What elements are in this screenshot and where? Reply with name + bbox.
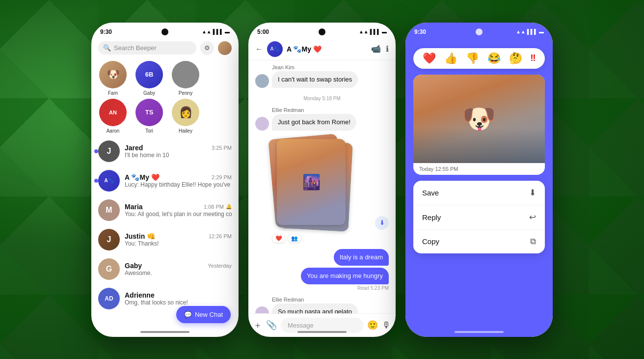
read-status: Read 5:23 PM [255, 285, 389, 291]
avatar-ellie2 [255, 306, 269, 313]
settings-button[interactable]: ⚙ [200, 41, 214, 55]
story-label-tori: Tori [145, 128, 153, 134]
timestamp-monday: Monday 5:18 PM [255, 96, 389, 101]
unread-indicator-group [94, 179, 98, 183]
chat-info-gaby2: Gaby Yesterday Awesome. [125, 262, 232, 276]
reaction-heart[interactable]: ❤️ [423, 52, 436, 65]
save-label: Save [422, 189, 439, 197]
chat-info-adrienne: Adrienne Omg, that looks so nice! [125, 291, 232, 306]
photo-overlay [413, 128, 545, 163]
message-row-italy: Italy is a dream [255, 249, 389, 266]
story-item-aaron[interactable]: AN Aaron [98, 99, 128, 134]
story-row-1: 🐶 Fam 6B Gaby Welcome toblue bubbles! Pe… [91, 58, 239, 99]
phone3-content: ❤️ 👍 👎 😂 🤔 ‼️ 🐶 Tod [405, 38, 553, 263]
attach-button[interactable]: 📎 [266, 320, 277, 331]
reaction-thumbsup[interactable]: 👍 [444, 52, 457, 65]
camera-notch-2 [319, 28, 325, 35]
reaction-thumbsdown[interactable]: 👎 [466, 52, 479, 65]
mute-icon-maria: 🔔 [226, 204, 232, 209]
context-menu-reply[interactable]: Reply ↩ [413, 205, 545, 230]
emoji-button[interactable]: 🙂 [367, 320, 378, 331]
story-item-gaby[interactable]: 6B Gaby [134, 61, 164, 96]
copy-icon: ⧉ [530, 237, 536, 247]
group-avatar: A🐾 [267, 41, 283, 57]
new-chat-label: New Chat [195, 311, 223, 318]
bubble-hungry: You are making me hungry [301, 268, 389, 284]
message-input-bar: ＋ 📎 Message 🙂 🎙 [248, 313, 396, 337]
status-time-2: 5:00 [257, 28, 269, 35]
chat-item-maria[interactable]: M Maria 1:08 PM 🔔 You: All good, let's p… [91, 195, 239, 225]
chat-preview-adrienne: Omg, that looks so nice! [125, 299, 232, 306]
sender-label-ellie2: Ellie Redman [272, 297, 389, 303]
status-time-1: 9:30 [100, 28, 112, 35]
new-chat-button[interactable]: 💬 New Chat [176, 306, 231, 323]
chat-time-gaby2: Yesterday [208, 263, 232, 269]
mic-button[interactable]: 🎙 [382, 320, 391, 331]
download-button[interactable]: ⬇ [375, 216, 389, 230]
chat-time-group: 2:29 PM [212, 174, 232, 180]
bubble-jean: I can't wait to swap stories [272, 71, 358, 88]
video-call-icon[interactable]: 📹 [371, 44, 381, 54]
chat-avatar-group: A🐾 [98, 170, 120, 192]
wifi-icon: ▲▲ [202, 29, 212, 34]
search-placeholder: Search Beeper [114, 44, 157, 52]
unread-dot-penny [194, 83, 198, 87]
add-attachment-button[interactable]: ＋ [253, 319, 262, 331]
story-avatar-gaby: 6B [135, 61, 163, 88]
chat-list-header: 🔍 Search Beeper ⚙ [91, 38, 239, 58]
story-label-aaron: Aaron [107, 128, 120, 134]
chat-item-justin[interactable]: J Justin 👊 12:26 PM You: Thanks! [91, 225, 239, 254]
chat-avatar-jared: J [98, 140, 120, 162]
bubble-italy: Italy is a dream [334, 249, 389, 266]
home-indicator-2 [297, 331, 347, 333]
reaction-heart[interactable]: ❤️ [272, 234, 286, 243]
bubble-ellie-rome: Just got back from Rome! [272, 114, 356, 131]
camera-notch-3 [476, 28, 483, 35]
chat-item-group[interactable]: A🐾 A 🐾My ❤️ 2:29 PM Lucy: Happy birthday… [91, 166, 239, 195]
home-indicator-3 [455, 331, 504, 333]
chat-item-jared[interactable]: J Jared 3:25 PM I'll be home in 10 [91, 137, 239, 166]
chat-avatar-maria: M [98, 199, 120, 221]
story-label-fam: Fam [108, 90, 118, 96]
story-item-penny[interactable]: Welcome toblue bubbles! Penny [171, 61, 200, 96]
avatar-ellie [255, 117, 269, 131]
wifi-icon-2: ▲▲ [359, 29, 369, 34]
header-action-icons: 📹 ℹ [371, 44, 389, 54]
signal-icon: ▌▌▌ [213, 29, 223, 34]
story-avatar-penny: Welcome toblue bubbles! [172, 61, 199, 88]
status-time-3: 9:30 [414, 28, 426, 35]
copy-label: Copy [422, 237, 439, 246]
outgoing-messages: Italy is a dream You are making me hungr… [255, 249, 389, 291]
story-item-tori[interactable]: TS Tori [134, 99, 164, 134]
phone-chat-list: 9:30 ▲▲ ▌▌▌ ▬ 🔍 Search Beeper ⚙ � [91, 23, 239, 337]
chat-avatar-justin: J [98, 229, 120, 250]
story-item-fam[interactable]: 🐶 Fam [98, 61, 128, 96]
story-item-hailey[interactable]: 👩 Hailey [171, 99, 200, 134]
phone-context-menu: 9:30 ▲▲ ▌▌▌ ▬ ❤️ 👍 👎 😂 🤔 ‼️ [405, 23, 553, 337]
chat-info-maria: Maria 1:08 PM 🔔 You: All good, let's pla… [125, 203, 232, 218]
chat-preview-maria: You: All good, let's plan in our meeting… [125, 211, 232, 218]
reaction-exclaim[interactable]: ‼️ [531, 53, 536, 63]
search-bar[interactable]: 🔍 Search Beeper [98, 41, 196, 55]
reaction-laugh[interactable]: 😂 [487, 52, 501, 65]
avatar-jean [255, 74, 269, 88]
status-icons-1: ▲▲ ▌▌▌ ▬ [202, 29, 230, 34]
info-icon[interactable]: ℹ [386, 44, 389, 54]
reaction-people[interactable]: 👥 [288, 234, 301, 243]
story-avatar-aaron: AN [99, 99, 127, 126]
image-card-3: 🌆 [277, 139, 346, 225]
context-menu: Save ⬇ Reply ↩ Copy ⧉ [413, 181, 545, 253]
dog-photo-card: 🐶 Today 12:55 PM [413, 75, 545, 175]
context-menu-copy[interactable]: Copy ⧉ [413, 230, 545, 253]
context-menu-save[interactable]: Save ⬇ [413, 181, 545, 205]
photo-3: 🌆 [277, 139, 346, 225]
back-button[interactable]: ← [255, 45, 263, 54]
signal-icon-2: ▌▌▌ [370, 29, 380, 34]
chat-preview-jared: I'll be home in 10 [125, 152, 232, 159]
chat-avatar-adrienne: AD [98, 288, 120, 309]
user-avatar[interactable] [218, 41, 232, 55]
chat-item-gaby2[interactable]: G Gaby Yesterday Awesome. [91, 254, 239, 284]
reaction-thinking[interactable]: 🤔 [509, 52, 522, 65]
sender-label-ellie: Ellie Redman [272, 107, 389, 113]
story-avatar-fam: 🐶 [99, 61, 127, 88]
